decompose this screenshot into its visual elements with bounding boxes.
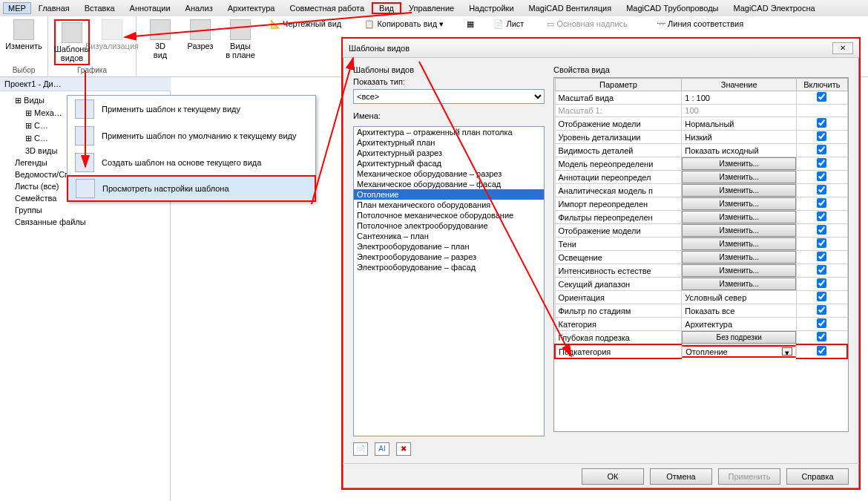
value-cell[interactable]: Без подрезки — [682, 331, 797, 345]
menu-magicad трубопроводы[interactable]: MagiCAD Трубопроводы — [619, 2, 726, 14]
include-cell[interactable] — [797, 331, 847, 345]
list-item[interactable]: Электрооборудование – фасад — [354, 262, 544, 272]
list-item[interactable]: Сантехника – план — [354, 231, 544, 241]
apply-button[interactable]: Применить — [718, 468, 780, 485]
include-cell[interactable] — [797, 117, 847, 131]
tree-node[interactable]: Группы — [4, 204, 170, 216]
value-cell[interactable]: Отопление▾ — [682, 345, 796, 358]
menu-аннотации[interactable]: Аннотации — [122, 2, 178, 14]
include-cell[interactable] — [797, 238, 847, 251]
menu-надстройки[interactable]: Надстройки — [461, 2, 521, 14]
menu-архитектура[interactable]: Архитектура — [220, 2, 283, 14]
edit-button[interactable]: Изменить... — [682, 224, 796, 237]
edit-button[interactable]: Изменить... — [682, 238, 796, 250]
show-type-select[interactable]: <все> — [353, 89, 545, 104]
sheet-link[interactable]: 📄 Лист — [493, 19, 534, 28]
include-checkbox[interactable] — [817, 265, 826, 275]
value-cell[interactable]: Изменить... — [682, 278, 797, 291]
edit-button[interactable]: Изменить... — [682, 251, 796, 263]
value-cell[interactable]: Изменить... — [682, 157, 797, 171]
list-item[interactable]: Архитектурный фасад — [354, 158, 544, 168]
value-cell[interactable]: Изменить... — [682, 197, 797, 211]
list-item[interactable]: План механического оборудования — [354, 200, 544, 210]
list-item[interactable]: Потолочное механическое оборудование — [354, 210, 544, 220]
tree-node[interactable]: Связанные файлы — [4, 216, 170, 228]
include-checkbox[interactable] — [817, 238, 826, 248]
include-checkbox[interactable] — [817, 305, 826, 315]
property-table[interactable]: Параметр Значение Включить Масштаб вида1… — [553, 77, 849, 432]
titleblock-link[interactable]: ▭ Основная надпись — [547, 19, 637, 28]
value-cell[interactable]: Изменить... — [682, 264, 797, 278]
include-checkbox[interactable] — [817, 292, 826, 301]
visualization-button[interactable]: Визуализация — [94, 19, 130, 50]
delete-icon[interactable]: ✖ — [396, 442, 411, 456]
include-checkbox[interactable] — [817, 158, 826, 168]
close-icon[interactable]: ✕ — [832, 42, 853, 54]
edit-button[interactable]: Изменить — [6, 19, 42, 50]
edit-button[interactable]: Изменить... — [682, 211, 796, 223]
menu-magicad электросна[interactable]: MagiCAD Электросна — [726, 2, 823, 14]
value-cell[interactable]: Изменить... — [682, 251, 797, 264]
include-cell[interactable] — [797, 344, 847, 358]
submenu-item[interactable]: Создать шаблон на основе текущего вида — [68, 149, 315, 176]
edit-button[interactable]: Изменить... — [682, 184, 796, 197]
include-cell[interactable] — [797, 278, 847, 291]
edit-button[interactable]: Без подрезки — [682, 331, 796, 344]
value-cell[interactable]: Изменить... — [682, 224, 797, 238]
value-cell[interactable]: Изменить... — [682, 184, 797, 197]
list-item[interactable]: Механическое оборудование – разрез — [354, 168, 544, 179]
menu-вид[interactable]: Вид — [372, 2, 401, 14]
edit-button[interactable]: Изменить... — [682, 197, 796, 210]
include-checkbox[interactable] — [817, 278, 826, 288]
include-checkbox[interactable] — [817, 332, 826, 341]
list-item[interactable]: Электрооборудование – план — [354, 241, 544, 252]
copy-view-link[interactable]: 📋 Копировать вид ▾ — [364, 19, 454, 28]
submenu-item[interactable]: Просмотреть настройки шаблона — [67, 175, 316, 202]
matchline-link[interactable]: 〰 Линия соответствия — [657, 19, 754, 28]
value-cell[interactable]: Показать исходный — [682, 144, 797, 157]
include-cell[interactable] — [797, 291, 847, 304]
submenu-item[interactable]: Применить шаблон к текущему виду — [68, 96, 315, 122]
menu-вставка[interactable]: Вставка — [77, 2, 122, 14]
list-item[interactable]: Механическое оборудование – фасад — [354, 179, 544, 189]
menu-управление[interactable]: Управление — [401, 2, 461, 14]
list-item[interactable]: Архитектурный разрез — [354, 148, 544, 158]
include-checkbox[interactable] — [817, 92, 826, 102]
submenu-item[interactable]: Применить шаблон по умолчанию к текущему… — [68, 122, 315, 149]
include-cell[interactable] — [797, 105, 847, 117]
duplicate-icon[interactable]: 📄 — [353, 442, 368, 456]
value-cell[interactable]: Изменить... — [682, 211, 797, 224]
value-cell[interactable]: Изменить... — [682, 238, 797, 251]
edit-button[interactable]: Изменить... — [682, 157, 796, 170]
include-checkbox[interactable] — [817, 252, 826, 261]
value-cell[interactable]: Низкий — [682, 131, 797, 144]
include-cell[interactable] — [797, 211, 847, 224]
view-templates-button[interactable]: Шаблонывидов — [54, 19, 90, 65]
include-checkbox[interactable] — [817, 212, 826, 221]
include-cell[interactable] — [797, 251, 847, 264]
include-cell[interactable] — [797, 318, 847, 331]
list-item[interactable]: Электрооборудование – разрез — [354, 252, 544, 262]
menu-главная[interactable]: Главная — [31, 2, 77, 14]
include-checkbox[interactable] — [817, 318, 826, 328]
include-checkbox[interactable] — [817, 198, 826, 208]
value-cell[interactable]: Условный север — [682, 291, 797, 304]
include-cell[interactable] — [797, 224, 847, 238]
list-item[interactable]: Архитектура – отраженный план потолка — [354, 127, 544, 137]
value-cell[interactable]: Нормальный — [682, 117, 797, 131]
ok-button[interactable]: ОК — [582, 468, 644, 485]
include-cell[interactable] — [797, 184, 847, 197]
menu-анализ[interactable]: Анализ — [178, 2, 220, 14]
include-checkbox[interactable] — [817, 145, 826, 154]
edit-button[interactable]: Изменить... — [682, 171, 796, 183]
include-cell[interactable] — [797, 171, 847, 184]
edit-button[interactable]: Изменить... — [682, 278, 796, 290]
drafting-view-link[interactable]: 📐 Чертежный вид — [270, 19, 352, 28]
value-cell[interactable]: Архитектура — [682, 318, 797, 331]
section-button[interactable]: Разрез — [183, 19, 218, 50]
include-checkbox[interactable] — [817, 185, 826, 194]
include-cell[interactable] — [797, 304, 847, 318]
include-cell[interactable] — [797, 131, 847, 144]
include-checkbox[interactable] — [817, 118, 826, 128]
template-names-list[interactable]: Архитектура – отраженный план потолкаАрх… — [353, 126, 545, 436]
